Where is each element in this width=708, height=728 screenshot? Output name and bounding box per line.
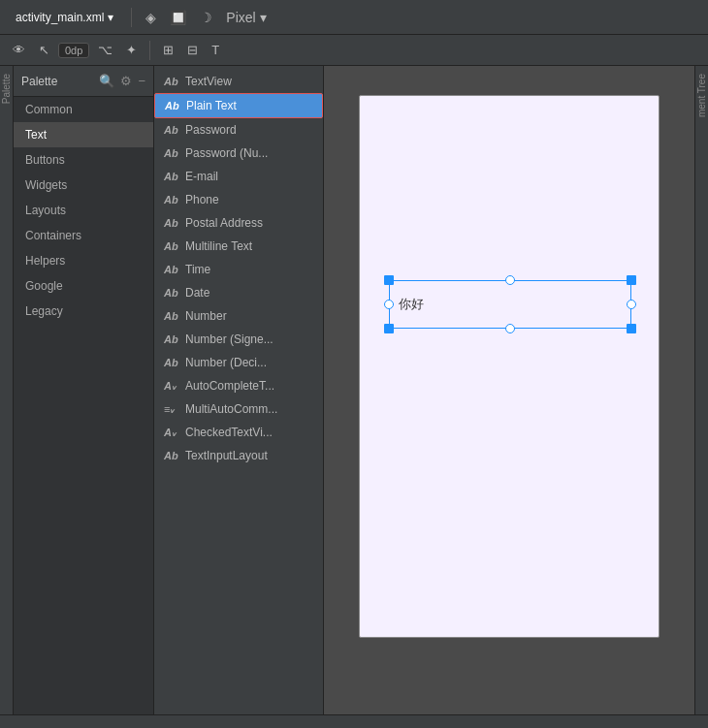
- handle-right-mid[interactable]: [627, 300, 636, 309]
- file-tab-dropdown[interactable]: ▾: [108, 11, 113, 24]
- checkedtext-icon: Aᵥ: [164, 427, 179, 439]
- palette-settings-icon[interactable]: ⚙: [120, 74, 132, 88]
- submenu-panel: Ab TextView Ab Plain Text Ab Password Ab…: [154, 66, 324, 714]
- sidebar-item-text[interactable]: Text: [14, 122, 153, 147]
- palette-sidebar: Palette 🔍 ⚙ − Common Text Buttons Widget…: [14, 66, 154, 714]
- submenu-multiauto[interactable]: ≡ᵥ MultiAutoComm...: [154, 397, 323, 421]
- left-palette-strip: Palette: [0, 66, 14, 714]
- autocomplete-label: AutoCompleteT...: [185, 379, 274, 393]
- passwordnum-icon: Ab: [164, 147, 179, 159]
- numberdecimal-label: Number (Deci...: [185, 356, 267, 369]
- palette-categories: Common Text Buttons Widgets Layouts Cont…: [14, 97, 153, 714]
- eye-btn[interactable]: 👁: [8, 40, 30, 60]
- toolbar-sep2: [149, 41, 150, 60]
- handle-top-right[interactable]: [627, 275, 636, 285]
- email-icon: Ab: [164, 171, 179, 182]
- right-component-strip: ment Tree: [694, 66, 708, 714]
- grid-btn[interactable]: ⊞: [158, 40, 178, 60]
- top-toolbar: activity_main.xml ▾ ◈ 🔲 ☽ Pixel ▾: [0, 0, 708, 35]
- submenu-autocomplete[interactable]: Aᵥ AutoCompleteT...: [154, 374, 323, 397]
- postal-icon: Ab: [164, 217, 179, 229]
- textinputlayout-icon: Ab: [164, 450, 179, 461]
- submenu-numbersigned[interactable]: Ab Number (Signe...: [154, 328, 323, 351]
- date-icon: Ab: [164, 287, 179, 299]
- date-label: Date: [185, 286, 209, 300]
- plaintext-label: Plain Text: [186, 99, 237, 112]
- sidebar-item-widgets[interactable]: Widgets: [14, 173, 153, 198]
- file-tab-label: activity_main.xml: [16, 11, 104, 24]
- sidebar-item-buttons[interactable]: Buttons: [14, 147, 153, 173]
- handle-top-mid[interactable]: [505, 275, 515, 285]
- canvas-area: 你好: [324, 66, 694, 714]
- handle-left-mid[interactable]: [384, 300, 394, 309]
- cursor-btn[interactable]: ↖: [34, 40, 54, 60]
- submenu-textview[interactable]: Ab TextView: [154, 70, 323, 93]
- time-label: Time: [185, 263, 210, 276]
- password-label: Password: [185, 123, 237, 137]
- sidebar-item-helpers[interactable]: Helpers: [14, 248, 153, 273]
- number-label: Number: [185, 309, 227, 323]
- align-btn[interactable]: ⊟: [182, 40, 203, 60]
- submenu-multiline[interactable]: Ab Multiline Text: [154, 235, 323, 258]
- passwordnum-label: Password (Nu...: [185, 146, 268, 160]
- textinputlayout-label: TextInputLayout: [185, 449, 268, 462]
- numbersigned-label: Number (Signe...: [185, 332, 274, 346]
- handle-top-left[interactable]: [384, 275, 394, 285]
- second-toolbar: 👁 ↖ 0dp ⌥ ✦ ⊞ ⊟ T: [0, 35, 708, 66]
- submenu-date[interactable]: Ab Date: [154, 281, 323, 304]
- sidebar-item-layouts[interactable]: Layouts: [14, 198, 153, 223]
- autocomplete-icon: Aᵥ: [164, 380, 179, 393]
- design-icon[interactable]: ◈: [142, 8, 160, 27]
- palette-close-icon[interactable]: −: [138, 74, 145, 88]
- wand-btn[interactable]: ✦: [121, 40, 142, 60]
- multiauto-label: MultiAutoComm...: [185, 402, 277, 416]
- pixel-label[interactable]: Pixel ▾: [222, 8, 270, 27]
- widget-text: 你好: [399, 296, 424, 313]
- widget-border: [389, 280, 631, 329]
- plaintext-icon: Ab: [165, 100, 180, 111]
- submenu-passwordnum[interactable]: Ab Password (Nu...: [154, 142, 323, 165]
- selected-widget[interactable]: 你好: [389, 280, 631, 329]
- multiline-label: Multiline Text: [185, 239, 252, 253]
- handle-bottom-left[interactable]: [384, 324, 394, 333]
- component-tree-label: ment Tree: [696, 74, 707, 117]
- numbersigned-icon: Ab: [164, 333, 179, 345]
- text-btn[interactable]: T: [207, 40, 224, 60]
- sidebar-item-legacy[interactable]: Legacy: [14, 299, 153, 324]
- submenu-textinputlayout[interactable]: Ab TextInputLayout: [154, 444, 323, 467]
- toolbar-separator: [131, 8, 132, 27]
- checkedtext-label: CheckedTextVi...: [185, 426, 273, 439]
- textview-label: TextView: [185, 75, 232, 88]
- path-btn[interactable]: ⌥: [93, 40, 117, 60]
- main-area: Palette Palette 🔍 ⚙ − Common Text Button…: [0, 66, 708, 714]
- submenu-postal[interactable]: Ab Postal Address: [154, 211, 323, 235]
- palette-search-icon[interactable]: 🔍: [99, 74, 114, 88]
- palette-header: Palette 🔍 ⚙ −: [14, 66, 153, 97]
- moon-icon[interactable]: ☽: [196, 8, 216, 27]
- handle-bottom-mid[interactable]: [505, 324, 515, 333]
- submenu-phone[interactable]: Ab Phone: [154, 188, 323, 211]
- phone-label: Phone: [185, 193, 219, 206]
- submenu-plaintext[interactable]: Ab Plain Text: [154, 93, 323, 118]
- phone-icon[interactable]: 🔲: [166, 8, 190, 27]
- password-icon: Ab: [164, 124, 179, 136]
- postal-label: Postal Address: [185, 216, 263, 230]
- bottom-strip: [0, 714, 708, 728]
- submenu-email[interactable]: Ab E-mail: [154, 165, 323, 188]
- palette-title: Palette: [21, 75, 57, 88]
- submenu-numberdecimal[interactable]: Ab Number (Deci...: [154, 351, 323, 374]
- submenu-time[interactable]: Ab Time: [154, 258, 323, 281]
- sidebar-item-google[interactable]: Google: [14, 273, 153, 299]
- time-icon: Ab: [164, 264, 179, 275]
- palette-header-icons: 🔍 ⚙ −: [99, 74, 145, 88]
- handle-bottom-right[interactable]: [627, 324, 636, 333]
- file-tab[interactable]: activity_main.xml ▾: [8, 9, 121, 26]
- dp-value[interactable]: 0dp: [58, 43, 89, 58]
- sidebar-item-containers[interactable]: Containers: [14, 223, 153, 248]
- textview-icon: Ab: [164, 76, 179, 87]
- submenu-password[interactable]: Ab Password: [154, 118, 323, 142]
- submenu-number[interactable]: Ab Number: [154, 304, 323, 328]
- phone-icon: Ab: [164, 194, 179, 206]
- sidebar-item-common[interactable]: Common: [14, 97, 153, 122]
- submenu-checkedtext[interactable]: Aᵥ CheckedTextVi...: [154, 421, 323, 444]
